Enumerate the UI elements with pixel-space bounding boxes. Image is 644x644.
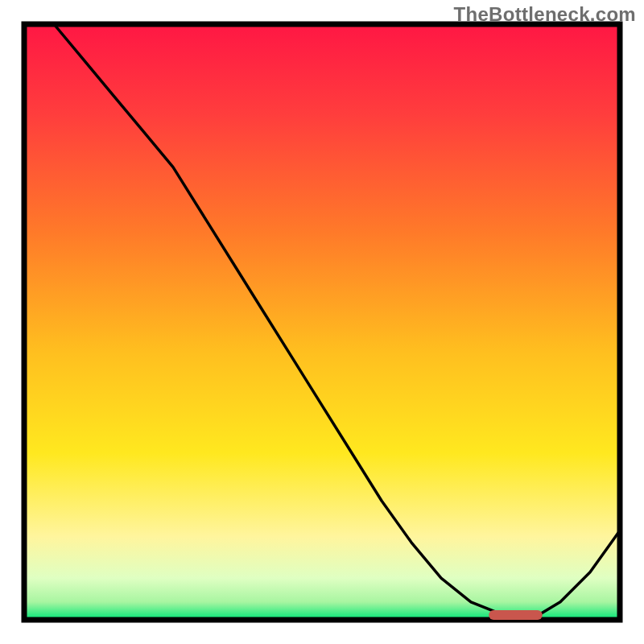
chart-container: TheBottleneck.com — [0, 0, 644, 644]
bottleneck-chart — [0, 0, 644, 644]
plot-background — [24, 24, 620, 620]
watermark-text: TheBottleneck.com — [454, 3, 636, 26]
optimal-range-marker — [489, 610, 543, 620]
